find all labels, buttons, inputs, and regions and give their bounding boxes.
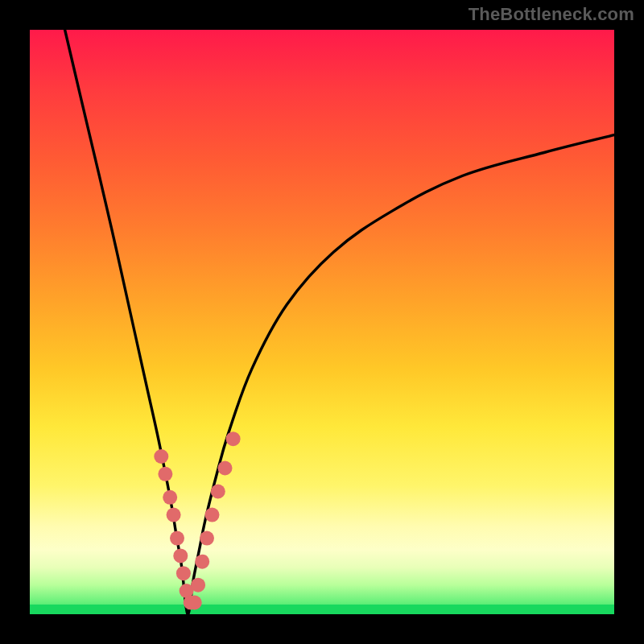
data-marker: [205, 508, 220, 522]
data-marker: [191, 578, 205, 592]
data-marker: [226, 431, 241, 446]
data-marker: [158, 467, 172, 481]
data-marker: [200, 531, 214, 546]
outer-frame: TheBottleneck.com: [0, 0, 644, 644]
bottleneck-curve: [65, 30, 614, 614]
data-marker: [167, 508, 181, 522]
data-marker: [188, 596, 202, 610]
data-marker: [176, 566, 191, 580]
data-marker: [195, 555, 209, 569]
data-marker: [163, 490, 177, 505]
data-marker: [173, 548, 188, 563]
plot-area: [30, 30, 614, 614]
data-marker: [211, 485, 225, 499]
watermark-label: TheBottleneck.com: [469, 4, 634, 25]
marker-group: [154, 431, 240, 609]
chart-svg: [30, 30, 614, 614]
data-marker: [170, 531, 184, 546]
data-marker: [218, 461, 233, 476]
data-marker: [154, 449, 168, 464]
